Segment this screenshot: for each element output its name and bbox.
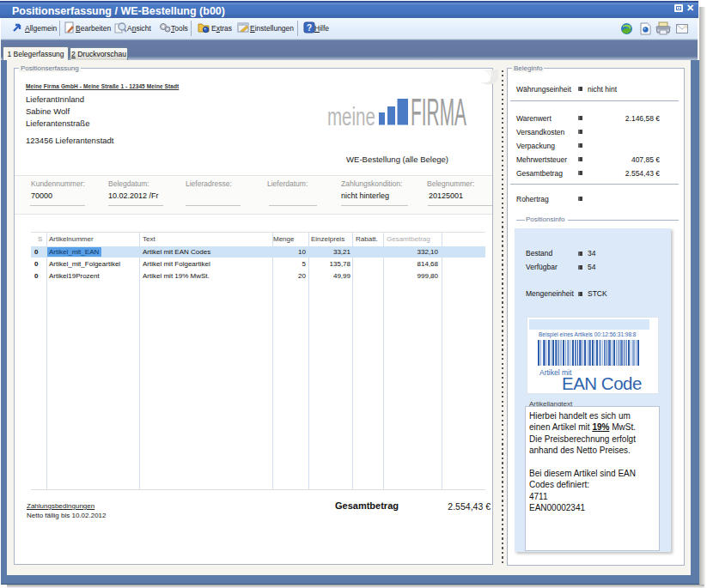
svg-text:?: ?	[307, 23, 312, 33]
svg-text:meine: meine	[327, 103, 375, 129]
svg-text:FIRMA: FIRMA	[411, 91, 466, 130]
